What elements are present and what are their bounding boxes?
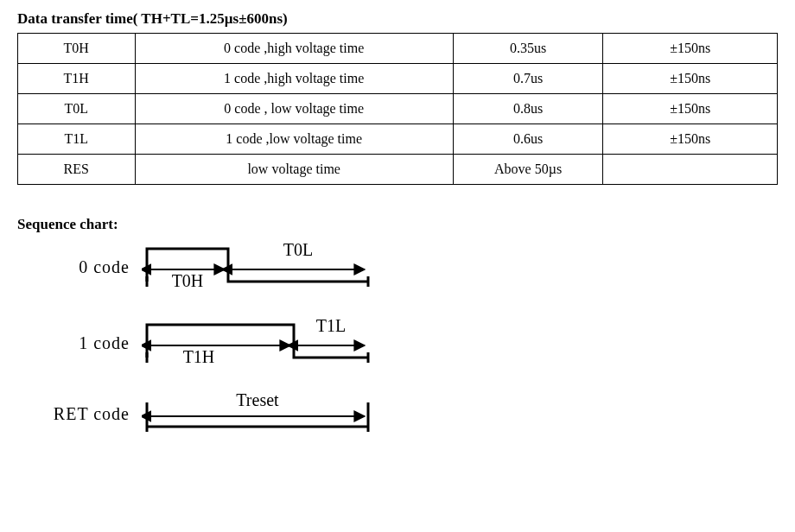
one-code-label: 1 code xyxy=(48,333,130,353)
cell-symbol: T0L xyxy=(18,94,136,124)
cell-symbol: T1H xyxy=(18,64,136,94)
cell-tolerance: ±150ns xyxy=(603,124,778,155)
ret-code-waveform-icon: Treset xyxy=(142,390,384,437)
table-row: T1H 1 code ,high voltage time 0.7us ±150… xyxy=(18,64,778,94)
table-row: T1L 1 code ,low voltage time 0.6us ±150n… xyxy=(18,124,778,155)
cell-value: 0.7us xyxy=(453,64,603,94)
cell-value: 0.35us xyxy=(453,34,603,64)
t1h-label: T1H xyxy=(183,347,215,366)
cell-desc: 0 code , low voltage time xyxy=(135,94,453,124)
cell-symbol: T0H xyxy=(18,34,136,64)
cell-value: 0.6us xyxy=(453,124,603,155)
zero-code-label: 0 code xyxy=(48,257,130,277)
sequence-row-zero: 0 code T0H T0L xyxy=(48,238,778,295)
cell-tolerance: ±150ns xyxy=(603,94,778,124)
t1l-label: T1L xyxy=(316,316,346,335)
cell-tolerance xyxy=(603,155,778,185)
cell-value: Above 50µs xyxy=(453,155,603,185)
timing-table: T0H 0 code ,high voltage time 0.35us ±15… xyxy=(17,33,778,185)
cell-desc: 1 code ,low voltage time xyxy=(135,124,453,155)
cell-tolerance: ±150ns xyxy=(603,34,778,64)
table-row: RES low voltage time Above 50µs xyxy=(18,155,778,185)
t0h-label: T0H xyxy=(172,271,204,290)
table-row: T0H 0 code ,high voltage time 0.35us ±15… xyxy=(18,34,778,64)
sequence-chart-title: Sequence chart: xyxy=(17,216,778,233)
cell-desc: 0 code ,high voltage time xyxy=(135,34,453,64)
cell-desc: low voltage time xyxy=(135,155,453,185)
treset-label: Treset xyxy=(236,390,279,409)
sequence-row-ret: RET code Treset xyxy=(48,390,778,437)
t0l-label: T0L xyxy=(283,240,313,259)
cell-value: 0.8us xyxy=(453,94,603,124)
table-row: T0L 0 code , low voltage time 0.8us ±150… xyxy=(18,94,778,124)
cell-desc: 1 code ,high voltage time xyxy=(135,64,453,94)
sequence-row-one: 1 code T1H T1L xyxy=(48,314,778,371)
cell-symbol: T1L xyxy=(18,124,136,155)
cell-tolerance: ±150ns xyxy=(603,64,778,94)
title-suffix: ( TH+TL=1.25µs±600ns) xyxy=(133,10,288,27)
one-code-waveform-icon: T1H T1L xyxy=(142,314,384,371)
cell-symbol: RES xyxy=(18,155,136,185)
ret-code-label: RET code xyxy=(48,404,130,424)
zero-code-waveform-icon: T0H T0L xyxy=(142,238,384,295)
title-prefix: Data transfer time xyxy=(17,10,133,27)
section-title: Data transfer time( TH+TL=1.25µs±600ns) xyxy=(17,10,778,28)
sequence-chart: 0 code T0H T0L 1 code xyxy=(48,238,778,437)
